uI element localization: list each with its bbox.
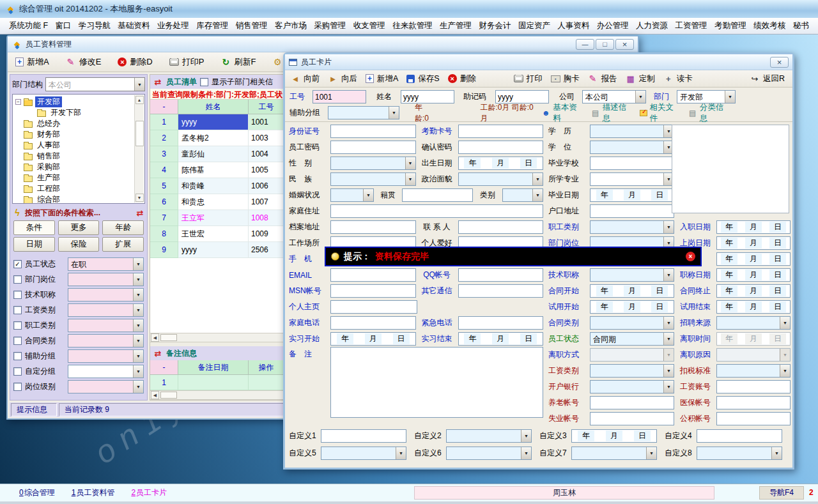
menu-item-inventory[interactable]: 库存管理 [194,19,231,33]
tree-item[interactable]: 采购部 [15,162,133,172]
read-card-button[interactable]: 读卡 [663,73,693,84]
horizontal-scrollbar[interactable] [150,390,284,400]
menu-item-finance[interactable]: 财务会计 [476,19,513,33]
qq-input[interactable] [458,268,544,282]
chevron-down-icon[interactable] [133,350,143,362]
delete-button[interactable]: 删除 [448,73,476,84]
tree-item-dev-sub[interactable]: 开发下部 [15,107,133,118]
probation-end-field[interactable]: 年月日 [716,300,791,314]
category-select[interactable] [502,188,543,202]
chevron-down-icon[interactable] [663,365,674,377]
tree-scrollbar[interactable] [134,95,144,202]
tech-title-select[interactable] [68,288,144,302]
contract-type-select[interactable] [68,334,144,347]
contract-end-field[interactable]: 年月日 [716,284,791,298]
password-input[interactable] [330,141,416,154]
chevron-down-icon[interactable] [663,333,674,345]
menu-item-hr[interactable]: 人力资源 [633,19,670,33]
age-button[interactable]: 年龄 [102,220,144,235]
insurance-button[interactable]: 保险 [58,237,100,252]
checkbox[interactable] [13,306,22,314]
tree-item-dev[interactable]: 开发部 [15,96,133,107]
salary-account-input[interactable] [716,380,791,393]
condition-button[interactable]: 条件 [13,220,55,235]
worker-type-select[interactable] [68,319,144,332]
chevron-down-icon[interactable] [725,91,735,103]
education-select[interactable] [590,125,674,138]
print-button[interactable]: 打印 [514,73,543,84]
custom4-input[interactable] [697,429,782,443]
scroll-thumb[interactable] [160,334,177,341]
aux-group-select[interactable] [68,349,144,363]
salary-type-select[interactable] [590,364,674,378]
menu-item-salary[interactable]: 工资管理 [673,19,710,33]
app-titlebar[interactable]: 综合管理 oit 20141202 - 本地服务-easyoit [0,0,818,18]
scroll-thumb[interactable] [160,392,177,399]
card-close-button[interactable] [770,57,789,68]
chevron-down-icon[interactable] [405,157,415,169]
custom6-select[interactable] [446,447,532,460]
nav-f4-button[interactable]: 导航F4 [759,486,804,500]
save-button[interactable]: 保存S [406,73,439,84]
degree-select[interactable] [590,141,674,154]
chevron-down-icon[interactable] [663,221,674,233]
probation-start-field[interactable]: 年月日 [590,300,674,314]
contact-person-input[interactable] [458,220,544,234]
table-row[interactable]: 8王世宏1009 [150,226,284,242]
swap-icon[interactable] [135,208,145,218]
swap-icon[interactable] [153,77,163,87]
show-subdept-checkbox[interactable] [200,78,208,86]
tree-item[interactable]: 销售部 [15,151,133,162]
native-place-input[interactable] [402,188,473,202]
tab-files[interactable]: 相关文件 [640,102,680,124]
employee-status-select[interactable]: 合同期 [590,332,674,346]
home-address-input[interactable] [330,204,543,218]
aux-group-select[interactable] [328,106,399,119]
menu-item-secretary[interactable]: 秘书 [791,19,812,33]
employee-status-select[interactable]: 在职 [68,257,144,271]
title-date-field[interactable]: 年月日 [716,268,791,282]
checkbox[interactable] [13,291,22,299]
school-input[interactable] [590,157,674,170]
menu-item-basedata[interactable]: 基础资料 [115,19,152,33]
statusbar-tab-card[interactable]: 2员工卡片 [131,487,167,498]
chevron-down-icon[interactable] [133,273,143,286]
email-input[interactable] [330,268,416,282]
chevron-down-icon[interactable] [133,381,143,393]
pension-account-input[interactable] [590,396,674,409]
badge-button[interactable]: 胸卡 [551,73,580,84]
chevron-down-icon[interactable] [771,447,782,459]
attendance-card-input[interactable] [458,125,544,138]
table-row[interactable]: 1yyyy1001 [150,114,284,130]
salary-type-select[interactable] [68,303,144,317]
chevron-down-icon[interactable] [663,269,674,281]
chevron-down-icon[interactable] [396,447,406,459]
checkbox[interactable] [13,367,22,376]
intern-end-field[interactable]: 年月日 [458,332,544,346]
menu-item-assets[interactable]: 固定资产 [516,19,553,33]
date-field[interactable]: 年月日 [716,252,791,266]
menu-item-purchase[interactable]: 采购管理 [311,19,348,33]
checkbox[interactable] [13,260,22,268]
ethnicity-select[interactable] [330,172,416,186]
contract-type-select[interactable] [590,316,674,330]
major-select[interactable] [590,172,674,186]
id-card-input[interactable] [330,125,416,138]
chevron-down-icon[interactable] [133,335,143,347]
chevron-down-icon[interactable] [663,381,674,393]
msn-input[interactable] [330,284,416,298]
chevron-down-icon[interactable] [663,317,674,329]
intern-start-field[interactable]: 年月日 [330,332,416,346]
minimize-button[interactable] [576,39,594,50]
more-button[interactable]: 更多 [58,220,100,235]
home-phone-input[interactable] [330,316,416,330]
table-row[interactable]: 7王立军1008 [150,210,284,226]
other-contact-input[interactable] [458,284,544,298]
chevron-down-icon[interactable] [405,173,415,185]
tree-item[interactable]: 总经办 [15,118,133,129]
table-row[interactable]: 5和贵峰1006 [150,178,284,194]
fund-account-input[interactable] [716,412,791,425]
menu-item-hr-data[interactable]: 人事资料 [555,19,592,33]
card-titlebar[interactable]: 员工卡片 [285,54,792,70]
custom8-select[interactable] [697,447,782,460]
